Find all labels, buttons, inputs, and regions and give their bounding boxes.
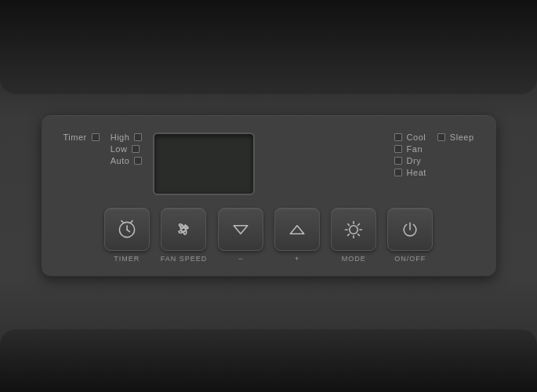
- plus-btn-label: +: [295, 255, 299, 263]
- mode-labels: Cool Fan Dry Heat: [394, 132, 426, 177]
- mode-cool-indicator: [394, 133, 402, 141]
- mode-fan-row: Fan: [394, 144, 426, 154]
- timer-section: Timer: [63, 132, 100, 142]
- display-screen: [153, 132, 255, 195]
- sleep-label: Sleep: [450, 132, 474, 142]
- power-icon: [399, 219, 421, 241]
- svg-marker-7: [291, 225, 305, 234]
- plus-icon: [286, 219, 308, 241]
- fan-auto-label: Auto: [111, 156, 130, 165]
- fan-icon: [172, 219, 194, 241]
- svg-line-2: [127, 230, 130, 232]
- power-btn-label: ON/OFF: [394, 255, 426, 263]
- minus-btn-label: –: [238, 255, 243, 263]
- plus-btn-group: +: [274, 208, 320, 263]
- timer-label: Timer: [63, 132, 87, 142]
- ac-unit: Timer High Low Auto: [0, 0, 537, 392]
- mode-button[interactable]: [331, 208, 376, 251]
- fan-low-row: Low: [111, 144, 143, 154]
- fan-btn-label: FAN SPEED: [161, 255, 208, 263]
- mode-cool-row: Cool: [394, 132, 426, 142]
- mode-dry-indicator: [394, 157, 402, 165]
- plus-button[interactable]: [274, 208, 320, 251]
- fan-speed-button[interactable]: [161, 208, 206, 251]
- mode-btn-label: MODE: [342, 255, 366, 263]
- fan-low-indicator: [132, 145, 140, 153]
- svg-line-4: [131, 220, 132, 222]
- svg-line-16: [348, 234, 350, 235]
- mode-fan-label: Fan: [407, 144, 423, 154]
- mode-cool-label: Cool: [407, 132, 426, 142]
- fan-high-row: High: [111, 132, 143, 142]
- svg-point-8: [350, 225, 358, 234]
- mode-dry-label: Dry: [407, 156, 422, 165]
- fan-btn-group: FAN SPEED: [161, 208, 208, 263]
- power-btn-group: ON/OFF: [387, 208, 433, 263]
- info-row: Timer High Low Auto: [63, 132, 474, 195]
- fan-high-indicator: [134, 133, 142, 141]
- svg-marker-6: [234, 225, 249, 234]
- fan-auto-row: Auto: [111, 156, 143, 165]
- timer-btn-label: TIMER: [114, 255, 140, 263]
- minus-btn-group: –: [218, 208, 263, 263]
- sleep-section: Sleep: [437, 132, 474, 142]
- mode-dry-row: Dry: [394, 156, 426, 165]
- fan-high-label: High: [111, 132, 130, 142]
- timer-btn-group: TIMER: [104, 208, 150, 263]
- mode-btn-group: MODE: [331, 208, 376, 263]
- mode-heat-label: Heat: [407, 168, 426, 177]
- svg-line-13: [348, 223, 350, 225]
- clock-icon: [116, 219, 138, 241]
- timer-button[interactable]: [104, 208, 150, 251]
- svg-line-3: [122, 220, 123, 222]
- timer-indicator: [92, 133, 100, 141]
- mode-heat-row: Heat: [394, 168, 426, 177]
- buttons-row: TIMER FAN SPEED: [63, 208, 474, 263]
- fan-labels: High Low Auto: [111, 132, 143, 165]
- svg-line-15: [358, 223, 360, 225]
- minus-button[interactable]: [218, 208, 263, 251]
- svg-line-14: [358, 234, 360, 235]
- minus-icon: [230, 219, 252, 241]
- fan-low-label: Low: [111, 144, 128, 154]
- mode-heat-indicator: [394, 169, 402, 176]
- power-button[interactable]: [387, 208, 433, 251]
- sleep-indicator: [437, 133, 445, 141]
- fan-auto-indicator: [134, 157, 142, 165]
- mode-fan-indicator: [394, 145, 402, 153]
- sun-icon: [343, 219, 365, 241]
- control-panel: Timer High Low Auto: [42, 115, 496, 277]
